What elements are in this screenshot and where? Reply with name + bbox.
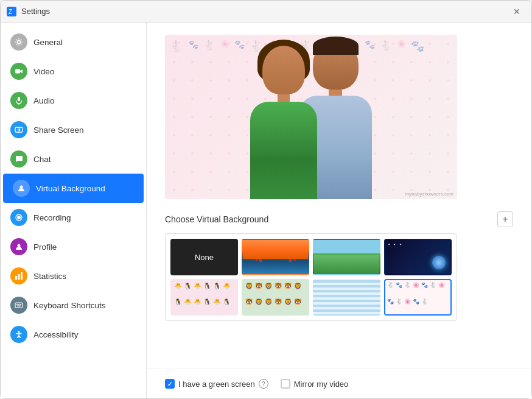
title-bar: Z Settings ✕ bbox=[1, 1, 531, 23]
sidebar-item-virtual-background[interactable]: Virtual Background bbox=[3, 174, 144, 203]
green-screen-group: I have a green screen ? bbox=[165, 379, 268, 389]
recording-label: Recording bbox=[33, 213, 71, 222]
share-screen-icon bbox=[10, 121, 27, 138]
background-pattern1[interactable]: 🐣🐧🐣🐧 🐧🐣🐧🐣 🐣🐧🐣🐧 bbox=[170, 279, 238, 316]
audio-label: Audio bbox=[33, 96, 55, 105]
video-preview: 🐇🐾🐇🌸 🐾🐇🌸🐾 🐇🐾🌸🐇 🐾🐇🌸🐾 bbox=[165, 35, 457, 199]
svg-rect-13 bbox=[21, 272, 23, 280]
keyboard-shortcuts-label: Keyboard Shortcuts bbox=[33, 301, 106, 310]
svg-point-8 bbox=[17, 216, 21, 219]
chat-icon bbox=[10, 150, 27, 168]
preview-background: 🐇🐾🐇🌸 🐾🐇🌸🐾 🐇🐾🌸🐇 🐾🐇🌸🐾 bbox=[165, 35, 457, 199]
man-neck bbox=[329, 90, 342, 96]
settings-window: Z Settings ✕ General bbox=[0, 0, 532, 399]
green-screen-label: I have a green screen bbox=[178, 380, 255, 389]
grass-bottom bbox=[314, 255, 379, 274]
sidebar-item-general[interactable]: General bbox=[1, 27, 146, 57]
statistics-label: Statistics bbox=[33, 272, 66, 281]
sidebar-item-video[interactable]: Video bbox=[1, 57, 146, 86]
background-grass[interactable] bbox=[313, 239, 380, 275]
svg-point-10 bbox=[18, 244, 21, 247]
people-silhouette bbox=[165, 35, 457, 199]
choose-header: Choose Virtual Background + bbox=[165, 211, 513, 227]
svg-point-19 bbox=[18, 331, 20, 333]
background-none[interactable]: None bbox=[170, 239, 238, 275]
sidebar: General Video bbox=[1, 23, 147, 398]
general-icon bbox=[10, 34, 27, 51]
man-head bbox=[313, 40, 359, 90]
bridge-water bbox=[243, 261, 308, 274]
background-pattern2[interactable]: 🦁🐯🦁🐯 🐯🦁🐯🦁 🦁🐯🦁🐯 bbox=[242, 279, 309, 316]
pattern1-icons: 🐣🐧🐣🐧 🐧🐣🐧🐣 🐣🐧🐣🐧 bbox=[172, 280, 237, 314]
svg-rect-16 bbox=[18, 304, 19, 305]
statistics-icon bbox=[10, 267, 27, 284]
man-hair bbox=[313, 37, 359, 55]
mirror-video-checkbox[interactable] bbox=[281, 379, 290, 389]
sidebar-item-statistics[interactable]: Statistics bbox=[1, 261, 146, 291]
help-icon[interactable]: ? bbox=[259, 379, 268, 389]
video-icon bbox=[10, 63, 27, 80]
woman-neck bbox=[278, 94, 290, 102]
svg-rect-14 bbox=[15, 303, 23, 308]
content-area: General Video bbox=[1, 23, 531, 398]
pattern2-icons: 🦁🐯🦁🐯 🐯🦁🐯🦁 🦁🐯🦁🐯 bbox=[243, 280, 308, 314]
space-planet bbox=[432, 256, 446, 269]
woman-hair bbox=[257, 40, 310, 82]
sidebar-item-chat[interactable]: Chat bbox=[1, 144, 146, 174]
virtual-background-label: Virtual Background bbox=[36, 184, 105, 193]
svg-rect-12 bbox=[18, 274, 20, 280]
close-button[interactable]: ✕ bbox=[508, 3, 525, 20]
accessibility-icon bbox=[10, 326, 27, 343]
svg-rect-4 bbox=[18, 97, 20, 101]
woman-head bbox=[262, 46, 305, 94]
window-title: Settings bbox=[21, 7, 508, 16]
none-label: None bbox=[195, 253, 214, 262]
virtual-background-icon bbox=[13, 180, 30, 197]
svg-rect-11 bbox=[15, 276, 17, 280]
sidebar-item-accessibility[interactable]: Accessibility bbox=[1, 320, 146, 349]
virtual-background-panel: 🐇🐾🐇🌸 🐾🐇🌸🐾 🐇🐾🌸🐇 🐾🐇🌸🐾 bbox=[147, 23, 531, 369]
general-label: General bbox=[33, 38, 63, 47]
profile-icon bbox=[10, 238, 27, 255]
mirror-video-group: Mirror my video bbox=[281, 379, 349, 389]
audio-icon bbox=[10, 92, 27, 109]
bunny-pattern-icons: 🐇🐾🐇🌸 🐾🐇🌸🐾 🐇🌸🐾🐇 bbox=[385, 280, 450, 314]
svg-point-2 bbox=[18, 41, 21, 44]
svg-rect-18 bbox=[17, 306, 21, 307]
svg-text:Z: Z bbox=[9, 9, 12, 15]
person-woman bbox=[250, 46, 317, 199]
main-content: 🐇🐾🐇🌸 🐾🐇🌸🐾 🐇🐾🌸🐇 🐾🐇🌸🐾 bbox=[147, 23, 531, 398]
watermark-text: mybabyshoweers.com bbox=[405, 191, 453, 197]
sidebar-item-recording[interactable]: Recording bbox=[1, 203, 146, 232]
settings-app-icon: Z bbox=[7, 7, 16, 16]
chat-label: Chat bbox=[33, 155, 51, 164]
bridge-sky bbox=[243, 240, 308, 259]
recording-icon bbox=[10, 209, 27, 226]
green-screen-checkbox[interactable] bbox=[165, 379, 175, 389]
footer: I have a green screen ? Mirror my video bbox=[147, 369, 531, 398]
video-label: Video bbox=[33, 67, 54, 76]
background-space[interactable]: ✦ ✦ ✦ · · · · · bbox=[384, 239, 452, 275]
mirror-video-label: Mirror my video bbox=[294, 380, 349, 389]
share-screen-label: Share Screen bbox=[33, 125, 84, 135]
choose-title: Choose Virtual Background bbox=[165, 214, 268, 224]
svg-rect-3 bbox=[15, 69, 20, 74]
background-bunny[interactable]: 🐇🐾🐇🌸 🐾🐇🌸🐾 🐇🌸🐾🐇 bbox=[384, 279, 452, 316]
svg-rect-15 bbox=[16, 304, 18, 305]
background-waves[interactable] bbox=[313, 279, 380, 316]
sidebar-item-share-screen[interactable]: Share Screen bbox=[1, 115, 146, 144]
svg-rect-17 bbox=[20, 304, 21, 305]
add-background-button[interactable]: + bbox=[497, 211, 513, 227]
profile-label: Profile bbox=[33, 242, 57, 252]
keyboard-shortcuts-icon bbox=[10, 297, 27, 314]
background-bridge[interactable] bbox=[242, 239, 309, 275]
sidebar-item-audio[interactable]: Audio bbox=[1, 86, 146, 115]
background-grid: None ✦ ✦ ✦ · · · · · bbox=[165, 233, 457, 321]
space-stars-2: · · · · · bbox=[391, 246, 397, 249]
accessibility-label: Accessibility bbox=[33, 330, 79, 339]
svg-point-7 bbox=[20, 186, 23, 189]
woman-body bbox=[250, 102, 317, 199]
sidebar-item-profile[interactable]: Profile bbox=[1, 232, 146, 261]
sidebar-item-keyboard-shortcuts[interactable]: Keyboard Shortcuts bbox=[1, 291, 146, 320]
